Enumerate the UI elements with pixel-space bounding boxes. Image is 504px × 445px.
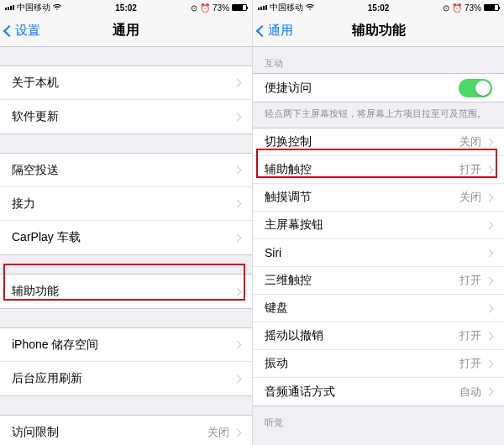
row-label: 关于本机 [12,76,59,91]
chevron-right-icon [234,233,242,242]
row-label: 访问限制 [12,425,59,440]
row-touch-accommodations[interactable]: 触摸调节 关闭 [253,184,504,212]
back-button[interactable]: 设置 [5,23,40,39]
row-label: 主屏幕按钮 [265,217,323,233]
chevron-right-icon [486,276,494,285]
row-label: 三维触控 [265,273,312,288]
row-label: 后台应用刷新 [12,371,82,386]
row-label: 软件更新 [12,109,59,124]
row-switch-control[interactable]: 切换控制 关闭 [253,128,504,156]
chevron-right-icon [234,287,242,296]
row-label: 键盘 [265,301,288,316]
signal-icon [5,5,14,10]
nav-bar: 通用 辅助功能 [253,15,504,47]
group-about: 关于本机 软件更新 [0,65,252,134]
row-keyboard[interactable]: 键盘 [253,295,504,322]
chevron-right-icon [234,79,242,87]
row-vibration[interactable]: 振动 打开 [253,350,504,378]
carrier-label: 中国移动 [270,2,303,13]
content-area: 互动 便捷访问 轻点两下主屏幕按钮，将屏幕上方项目拉至可及范围。 切换控制 关闭… [253,47,504,445]
row-value: 打开 [459,273,481,288]
alarm-icon: ⊙ ⏰ [191,3,210,13]
page-title: 通用 [113,22,139,39]
battery-icon [484,4,499,11]
row-siri[interactable]: Siri [253,239,504,267]
group-accessibility: 辅助功能 [0,274,252,309]
row-value: 自动 [459,385,481,400]
row-carplay[interactable]: CarPlay 车载 [0,221,252,254]
row-label: 振动 [265,356,288,371]
chevron-right-icon [234,374,242,383]
row-handoff[interactable]: 接力 [0,187,252,221]
status-bar: 中国移动 15:02 ⊙ ⏰ 73% [253,0,504,15]
status-bar: 中国移动 15:02 ⊙ ⏰ 73% [0,0,252,15]
chevron-right-icon [486,165,494,174]
row-call-audio-routing[interactable]: 音频通话方式 自动 [253,378,504,406]
chevron-right-icon [234,428,242,437]
reachability-footnote: 轻点两下主屏幕按钮，将屏幕上方项目拉至可及范围。 [253,102,504,128]
row-3d-touch[interactable]: 三维触控 打开 [253,267,504,295]
row-label: 便捷访问 [265,81,312,96]
row-assistivetouch[interactable]: 辅助触控 打开 [253,156,504,184]
signal-icon [258,5,267,10]
row-storage[interactable]: iPhone 储存空间 [0,328,252,362]
row-label: 辅助功能 [12,284,59,299]
wifi-icon [306,4,314,11]
back-label: 设置 [15,23,40,39]
row-restrictions[interactable]: 访问限制 关闭 [0,416,252,445]
battery-icon [232,4,247,11]
nav-bar: 设置 通用 [0,15,252,47]
reachability-toggle[interactable] [459,79,492,97]
back-label: 通用 [268,23,293,39]
chevron-right-icon [486,249,494,257]
row-about[interactable]: 关于本机 [0,66,252,100]
group-connectivity: 隔空投送 接力 CarPlay 车载 [0,153,252,255]
alarm-icon: ⊙ ⏰ [443,3,462,13]
chevron-left-icon [3,24,15,36]
page-title: 辅助功能 [352,22,406,39]
wifi-icon [53,4,61,11]
status-time: 15:02 [115,3,137,13]
row-label: 隔空投送 [12,163,59,178]
row-background-refresh[interactable]: 后台应用刷新 [0,362,252,395]
chevron-right-icon [486,388,494,396]
row-airdrop[interactable]: 隔空投送 [0,154,252,187]
row-value: 关闭 [207,425,229,440]
carrier-label: 中国移动 [17,2,50,13]
row-value: 打开 [459,356,481,371]
chevron-right-icon [234,200,242,208]
chevron-right-icon [234,341,242,349]
row-label: 接力 [12,196,35,212]
row-label: 音频通话方式 [265,385,335,400]
chevron-right-icon [486,193,494,202]
phone-left: 中国移动 15:02 ⊙ ⏰ 73% 设置 通用 关于本机 软件更新 [0,0,252,445]
phone-right: 中国移动 15:02 ⊙ ⏰ 73% 通用 辅助功能 互动 便捷访问 轻点两下主… [252,0,504,445]
group-storage: iPhone 储存空间 后台应用刷新 [0,327,252,396]
row-label: iPhone 储存空间 [12,338,98,353]
section-header-hearing: 听觉 [253,406,504,432]
chevron-right-icon [486,138,494,146]
row-value: 关闭 [459,190,481,205]
row-label: 辅助触控 [265,162,312,177]
back-button[interactable]: 通用 [258,23,293,39]
chevron-right-icon [486,359,494,368]
group-interaction-rows: 切换控制 关闭 辅助触控 打开 触摸调节 关闭 主屏幕按钮 Siri 三维触控 [253,128,504,406]
row-shake-to-undo[interactable]: 摇动以撤销 打开 [253,322,504,350]
battery-pct: 73% [465,3,481,13]
content-area: 关于本机 软件更新 隔空投送 接力 CarPlay 车载 [0,47,252,445]
row-value: 关闭 [459,134,481,149]
row-software-update[interactable]: 软件更新 [0,100,252,134]
chevron-right-icon [486,332,494,340]
group-reachability: 便捷访问 [253,73,504,102]
row-accessibility[interactable]: 辅助功能 [0,275,252,308]
row-label: Siri [265,246,281,259]
section-header-interaction: 互动 [253,47,504,73]
row-home-button[interactable]: 主屏幕按钮 [253,212,504,239]
row-label: 切换控制 [265,134,312,149]
chevron-right-icon [234,113,242,121]
row-label: 触摸调节 [265,190,312,205]
battery-pct: 73% [213,3,229,13]
row-reachability[interactable]: 便捷访问 [253,74,504,102]
chevron-right-icon [486,304,494,312]
status-time: 15:02 [368,3,390,13]
